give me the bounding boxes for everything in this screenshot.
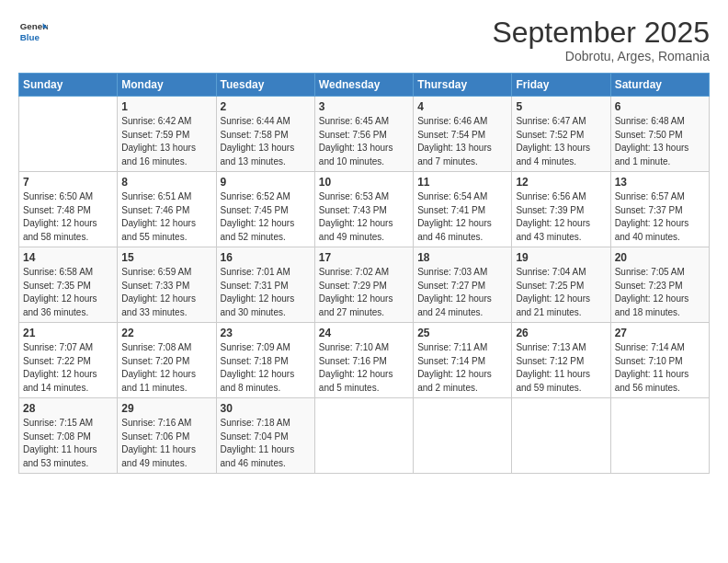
header-tuesday: Tuesday (216, 74, 314, 97)
calendar-cell: 15Sunrise: 6:59 AMSunset: 7:33 PMDayligh… (118, 247, 216, 323)
day-info: Sunrise: 7:03 AMSunset: 7:27 PMDaylight:… (417, 266, 507, 319)
day-info: Sunrise: 7:10 AMSunset: 7:16 PMDaylight:… (319, 341, 409, 395)
day-info: Sunrise: 7:07 AMSunset: 7:22 PMDaylight:… (23, 341, 113, 395)
day-number: 21 (23, 327, 113, 339)
day-number: 18 (417, 251, 507, 264)
day-number: 19 (516, 251, 606, 264)
calendar-cell: 17Sunrise: 7:02 AMSunset: 7:29 PMDayligh… (314, 247, 413, 323)
calendar-cell: 21Sunrise: 7:07 AMSunset: 7:22 PMDayligh… (19, 323, 118, 398)
calendar-cell: 29Sunrise: 7:16 AMSunset: 7:06 PMDayligh… (118, 398, 216, 474)
calendar-cell: 22Sunrise: 7:08 AMSunset: 7:20 PMDayligh… (118, 323, 216, 398)
calendar-week-1: 1Sunrise: 6:42 AMSunset: 7:59 PMDaylight… (19, 97, 710, 172)
calendar-cell: 9Sunrise: 6:52 AMSunset: 7:45 PMDaylight… (216, 172, 314, 247)
calendar-cell: 18Sunrise: 7:03 AMSunset: 7:27 PMDayligh… (414, 247, 512, 323)
day-info: Sunrise: 7:01 AMSunset: 7:31 PMDaylight:… (221, 266, 311, 319)
day-number: 27 (615, 327, 705, 339)
day-number: 9 (221, 176, 311, 189)
calendar-cell (314, 398, 413, 474)
day-info: Sunrise: 6:58 AMSunset: 7:35 PMDaylight:… (23, 266, 113, 319)
calendar-table: Sunday Monday Tuesday Wednesday Thursday… (18, 73, 710, 474)
header-wednesday: Wednesday (314, 74, 413, 97)
day-info: Sunrise: 7:18 AMSunset: 7:04 PMDaylight:… (221, 417, 311, 470)
day-info: Sunrise: 6:45 AMSunset: 7:56 PMDaylight:… (319, 115, 409, 168)
day-info: Sunrise: 6:57 AMSunset: 7:37 PMDaylight:… (615, 190, 705, 244)
calendar-cell: 7Sunrise: 6:50 AMSunset: 7:48 PMDaylight… (19, 172, 118, 247)
header-monday: Monday (118, 74, 216, 97)
day-info: Sunrise: 7:02 AMSunset: 7:29 PMDaylight:… (319, 266, 409, 319)
calendar-cell (512, 398, 610, 474)
day-info: Sunrise: 6:42 AMSunset: 7:59 PMDaylight:… (121, 115, 211, 168)
day-info: Sunrise: 7:11 AMSunset: 7:14 PMDaylight:… (417, 341, 507, 395)
calendar-cell: 10Sunrise: 6:53 AMSunset: 7:43 PMDayligh… (314, 172, 413, 247)
day-info: Sunrise: 6:48 AMSunset: 7:50 PMDaylight:… (615, 115, 705, 168)
calendar-cell (414, 398, 512, 474)
day-number: 25 (417, 327, 507, 339)
day-info: Sunrise: 6:51 AMSunset: 7:46 PMDaylight:… (121, 190, 211, 244)
day-number: 24 (319, 327, 409, 339)
calendar-cell: 8Sunrise: 6:51 AMSunset: 7:46 PMDaylight… (118, 172, 216, 247)
calendar-cell: 3Sunrise: 6:45 AMSunset: 7:56 PMDaylight… (314, 97, 413, 172)
calendar-cell: 14Sunrise: 6:58 AMSunset: 7:35 PMDayligh… (19, 247, 118, 323)
month-title: September 2025 (492, 17, 710, 49)
calendar-cell: 4Sunrise: 6:46 AMSunset: 7:54 PMDaylight… (414, 97, 512, 172)
day-number: 1 (121, 100, 211, 113)
day-number: 5 (516, 100, 606, 113)
day-number: 22 (121, 327, 211, 339)
day-info: Sunrise: 7:16 AMSunset: 7:06 PMDaylight:… (121, 417, 211, 470)
calendar-cell (610, 398, 709, 474)
day-number: 4 (417, 100, 507, 113)
header-saturday: Saturday (610, 74, 709, 97)
calendar-week-2: 7Sunrise: 6:50 AMSunset: 7:48 PMDaylight… (19, 172, 710, 247)
calendar-cell: 12Sunrise: 6:56 AMSunset: 7:39 PMDayligh… (512, 172, 610, 247)
day-number: 15 (121, 251, 211, 264)
day-number: 14 (23, 251, 113, 264)
calendar-cell: 24Sunrise: 7:10 AMSunset: 7:16 PMDayligh… (314, 323, 413, 398)
day-number: 29 (121, 402, 211, 415)
calendar-cell: 28Sunrise: 7:15 AMSunset: 7:08 PMDayligh… (19, 398, 118, 474)
calendar-cell: 2Sunrise: 6:44 AMSunset: 7:58 PMDaylight… (216, 97, 314, 172)
day-number: 28 (23, 402, 113, 415)
day-info: Sunrise: 6:47 AMSunset: 7:52 PMDaylight:… (516, 115, 606, 168)
day-info: Sunrise: 6:50 AMSunset: 7:48 PMDaylight:… (23, 190, 113, 244)
day-number: 26 (516, 327, 606, 339)
day-info: Sunrise: 7:04 AMSunset: 7:25 PMDaylight:… (516, 266, 606, 319)
day-number: 8 (121, 176, 211, 189)
logo-icon: General Blue (18, 17, 48, 46)
day-number: 12 (516, 176, 606, 189)
day-info: Sunrise: 6:44 AMSunset: 7:58 PMDaylight:… (221, 115, 311, 168)
calendar-cell: 25Sunrise: 7:11 AMSunset: 7:14 PMDayligh… (414, 323, 512, 398)
svg-text:Blue: Blue (20, 32, 40, 42)
day-info: Sunrise: 7:08 AMSunset: 7:20 PMDaylight:… (121, 341, 211, 395)
day-number: 17 (319, 251, 409, 264)
calendar-week-4: 21Sunrise: 7:07 AMSunset: 7:22 PMDayligh… (19, 323, 710, 398)
header-sunday: Sunday (19, 74, 118, 97)
header-thursday: Thursday (414, 74, 512, 97)
calendar-header-row: Sunday Monday Tuesday Wednesday Thursday… (19, 74, 710, 97)
day-number: 6 (615, 100, 705, 113)
day-info: Sunrise: 6:56 AMSunset: 7:39 PMDaylight:… (516, 190, 606, 244)
calendar-cell (19, 97, 118, 172)
header-friday: Friday (512, 74, 610, 97)
day-number: 20 (615, 251, 705, 264)
day-number: 3 (319, 100, 409, 113)
day-number: 11 (417, 176, 507, 189)
calendar-cell: 16Sunrise: 7:01 AMSunset: 7:31 PMDayligh… (216, 247, 314, 323)
day-info: Sunrise: 7:15 AMSunset: 7:08 PMDaylight:… (23, 417, 113, 470)
day-info: Sunrise: 6:53 AMSunset: 7:43 PMDaylight:… (319, 190, 409, 244)
location-subtitle: Dobrotu, Arges, Romania (492, 49, 710, 63)
page-header: General Blue September 2025 Dobrotu, Arg… (18, 17, 710, 63)
calendar-cell: 11Sunrise: 6:54 AMSunset: 7:41 PMDayligh… (414, 172, 512, 247)
calendar-cell: 30Sunrise: 7:18 AMSunset: 7:04 PMDayligh… (216, 398, 314, 474)
day-number: 16 (221, 251, 311, 264)
calendar-cell: 19Sunrise: 7:04 AMSunset: 7:25 PMDayligh… (512, 247, 610, 323)
calendar-cell: 6Sunrise: 6:48 AMSunset: 7:50 PMDaylight… (610, 97, 709, 172)
calendar-cell: 26Sunrise: 7:13 AMSunset: 7:12 PMDayligh… (512, 323, 610, 398)
day-info: Sunrise: 6:46 AMSunset: 7:54 PMDaylight:… (417, 115, 507, 168)
calendar-cell: 27Sunrise: 7:14 AMSunset: 7:10 PMDayligh… (610, 323, 709, 398)
day-info: Sunrise: 7:13 AMSunset: 7:12 PMDaylight:… (516, 341, 606, 395)
calendar-cell: 20Sunrise: 7:05 AMSunset: 7:23 PMDayligh… (610, 247, 709, 323)
calendar-cell: 23Sunrise: 7:09 AMSunset: 7:18 PMDayligh… (216, 323, 314, 398)
day-info: Sunrise: 7:09 AMSunset: 7:18 PMDaylight:… (221, 341, 311, 395)
calendar-cell: 1Sunrise: 6:42 AMSunset: 7:59 PMDaylight… (118, 97, 216, 172)
day-info: Sunrise: 6:54 AMSunset: 7:41 PMDaylight:… (417, 190, 507, 244)
